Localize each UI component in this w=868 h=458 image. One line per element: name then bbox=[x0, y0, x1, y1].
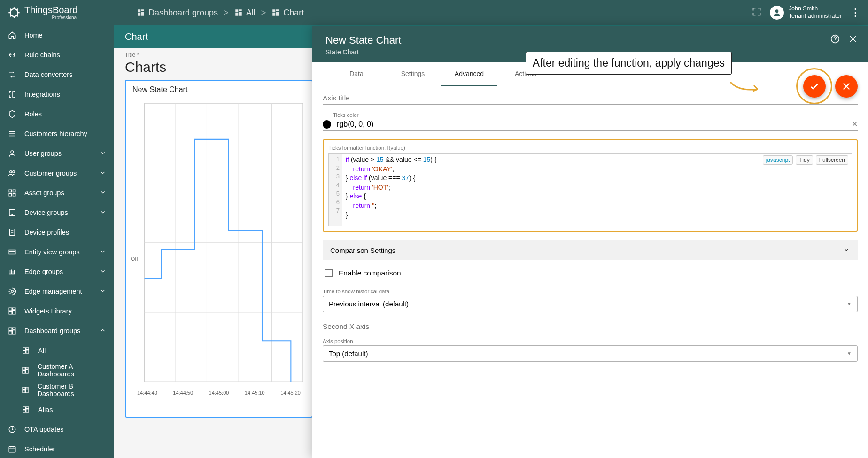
sidebar-item-customer-groups[interactable]: Customer groups bbox=[0, 163, 114, 183]
breadcrumb-item[interactable]: All bbox=[234, 8, 256, 18]
chevron-down-icon: ▼ bbox=[847, 301, 852, 306]
sidebar-item-label: Home bbox=[24, 31, 43, 39]
sidebar-item-roles[interactable]: Roles bbox=[0, 104, 114, 124]
sidebar-item-dashboard-groups[interactable]: Dashboard groups bbox=[0, 321, 114, 341]
sidebar-item-device-profiles[interactable]: Device profiles bbox=[0, 222, 114, 242]
sidebar-item-label: User groups bbox=[24, 150, 62, 157]
state-chart bbox=[132, 99, 305, 400]
sidebar-item-label: Asset groups bbox=[24, 189, 64, 197]
svg-rect-24 bbox=[26, 350, 29, 353]
breadcrumb-item[interactable]: Dashboard groups bbox=[137, 8, 218, 18]
apply-button[interactable] bbox=[803, 75, 826, 98]
sidebar-item-label: Widgets Library bbox=[24, 307, 72, 315]
sidebar-item-scheduler[interactable]: Scheduler bbox=[0, 439, 114, 458]
axis-pos-select[interactable]: Top (default) ▼ bbox=[323, 345, 858, 362]
sidebar-item-asset-groups[interactable]: Asset groups bbox=[0, 183, 114, 203]
tidy-button[interactable]: Tidy bbox=[796, 155, 813, 165]
sidebar-item-label: Device groups bbox=[24, 209, 68, 216]
more-icon[interactable]: ⋮ bbox=[850, 7, 860, 19]
svg-rect-26 bbox=[23, 367, 25, 370]
svg-rect-15 bbox=[13, 308, 16, 310]
tab-data[interactable]: Data bbox=[328, 62, 385, 86]
sidebar-item-edge-groups[interactable]: Edge groups bbox=[0, 262, 114, 282]
cancel-button[interactable] bbox=[835, 75, 858, 98]
svg-rect-32 bbox=[26, 389, 28, 393]
fullscreen-icon[interactable] bbox=[752, 7, 761, 18]
svg-point-1 bbox=[775, 9, 778, 13]
svg-point-0 bbox=[10, 9, 18, 16]
sidebar-item-customer-b-dashboards[interactable]: Customer B Dashboards bbox=[0, 380, 114, 400]
breadcrumb-item[interactable]: Chart bbox=[271, 8, 304, 18]
svg-rect-7 bbox=[9, 194, 11, 196]
axis-pos-label: Axis position bbox=[323, 338, 858, 344]
tab-advanced[interactable]: Advanced bbox=[441, 62, 497, 86]
color-swatch bbox=[323, 120, 331, 129]
second-x-axis-label: Second X axis bbox=[323, 322, 858, 331]
breadcrumb: Dashboard groups > All > Chart bbox=[137, 8, 304, 18]
sidebar-item-device-groups[interactable]: Device groups bbox=[0, 203, 114, 222]
sidebar-item-all[interactable]: All bbox=[0, 341, 114, 360]
comparison-section[interactable]: Comparison Settings bbox=[323, 240, 858, 260]
ticks-color-label: Ticks color bbox=[333, 112, 858, 118]
svg-point-13 bbox=[11, 290, 14, 293]
avatar-icon bbox=[770, 6, 784, 20]
fullscreen-button[interactable]: Fullscreen bbox=[816, 155, 848, 165]
logo-icon bbox=[8, 6, 21, 19]
help-icon[interactable] bbox=[830, 34, 840, 46]
sidebar-item-integrations[interactable]: Integrations bbox=[0, 84, 114, 104]
sidebar-item-label: OTA updates bbox=[24, 426, 64, 433]
ota-icon bbox=[8, 425, 17, 434]
sidebar-item-label: Customer A Dashboards bbox=[38, 363, 106, 378]
svg-rect-31 bbox=[26, 387, 28, 389]
sidebar-item-data-converters[interactable]: Data converters bbox=[0, 65, 114, 84]
sidebar-item-label: Edge groups bbox=[24, 268, 63, 275]
brand-name: ThingsBoard bbox=[24, 5, 78, 15]
ticks-color-field[interactable]: rgb(0, 0, 0) ✕ bbox=[323, 118, 858, 131]
sidebar-item-home[interactable]: Home bbox=[0, 25, 114, 45]
sidebar-item-ota-updates[interactable]: OTA updates bbox=[0, 420, 114, 439]
svg-point-3 bbox=[10, 171, 12, 173]
app-logo[interactable]: ThingsBoard Professional bbox=[8, 5, 113, 20]
sidebar-item-rule-chains[interactable]: Rule chains bbox=[0, 45, 114, 65]
svg-rect-23 bbox=[26, 348, 29, 349]
sidebar-item-customers-hierarchy[interactable]: Customers hierarchy bbox=[0, 124, 114, 144]
ticks-formatter-code: Ticks formatter function, f(value) javas… bbox=[323, 139, 858, 232]
svg-rect-37 bbox=[23, 410, 25, 412]
close-icon[interactable] bbox=[848, 34, 858, 46]
dashboard-icon bbox=[21, 386, 30, 394]
sidebar-item-alias[interactable]: Alias bbox=[0, 400, 114, 420]
widget-title: New State Chart bbox=[132, 85, 305, 94]
svg-rect-6 bbox=[13, 190, 16, 192]
user-menu[interactable]: John Smith Tenant administrator bbox=[770, 5, 842, 20]
sidebar-item-label: Customer groups bbox=[24, 169, 77, 177]
dashboard-icon bbox=[21, 366, 30, 374]
svg-rect-22 bbox=[23, 348, 25, 350]
svg-rect-29 bbox=[23, 371, 25, 373]
chevron-down-icon bbox=[100, 150, 106, 158]
svg-rect-27 bbox=[26, 367, 28, 369]
sidebar-item-edge-management[interactable]: Edge management bbox=[0, 282, 114, 301]
sidebar-item-label: Customer B Dashboards bbox=[37, 382, 106, 397]
edge-icon bbox=[8, 267, 17, 276]
sidebar-item-widgets-library[interactable]: Widgets Library bbox=[0, 301, 114, 321]
tab-settings[interactable]: Settings bbox=[385, 62, 441, 86]
user-icon bbox=[8, 149, 17, 158]
svg-point-2 bbox=[11, 151, 14, 153]
svg-rect-33 bbox=[23, 390, 25, 393]
svg-rect-21 bbox=[9, 331, 12, 334]
svg-rect-30 bbox=[23, 387, 25, 389]
svg-rect-34 bbox=[23, 407, 25, 409]
sidebar-item-customer-a-dashboards[interactable]: Customer A Dashboards bbox=[0, 360, 114, 380]
sidebar-item-label: Alias bbox=[38, 406, 53, 413]
lang-badge[interactable]: javascript bbox=[763, 155, 793, 165]
enable-comparison-checkbox[interactable]: Enable comparison bbox=[323, 260, 858, 281]
clear-icon[interactable]: ✕ bbox=[852, 120, 858, 129]
code-label: Ticks formatter function, f(value) bbox=[328, 145, 852, 151]
chart-widget[interactable]: New State Chart Off 14:4 bbox=[125, 80, 313, 418]
color-value: rgb(0, 0, 0) bbox=[337, 120, 373, 129]
axis-title-input[interactable] bbox=[323, 91, 858, 105]
sidebar-item-user-groups[interactable]: User groups bbox=[0, 144, 114, 163]
time-hist-select[interactable]: Previous interval (default) ▼ bbox=[323, 296, 858, 312]
sidebar-item-entity-view-groups[interactable]: Entity view groups bbox=[0, 242, 114, 262]
tooltip-callout: After editing the function, apply change… bbox=[526, 52, 732, 75]
